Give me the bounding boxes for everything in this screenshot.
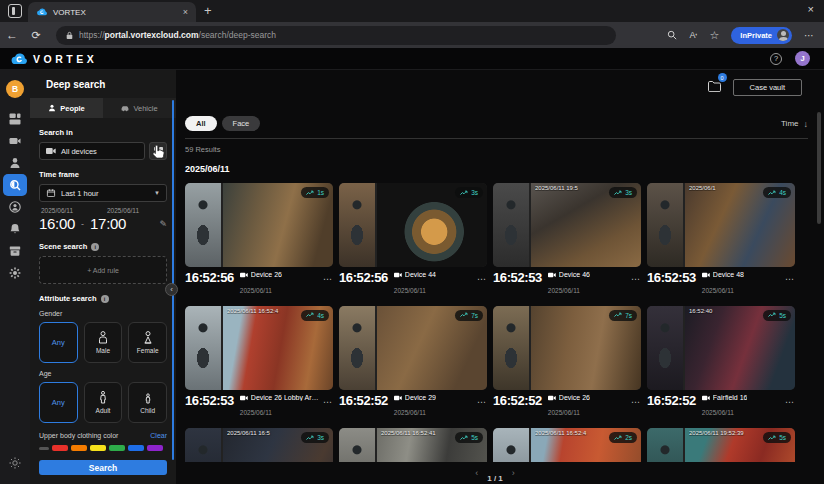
result-card[interactable]: 3s 16:52:56 Device 44 2025/06/11 ⋯ [339, 183, 487, 297]
result-thumbnail[interactable]: 2025/06/11 16:52:41 5s [339, 428, 487, 462]
cameras-icon[interactable] [0, 130, 30, 152]
result-thumbnail[interactable]: 2025/06/1 4s [647, 183, 795, 267]
browser-menu-icon[interactable]: ⋯ [804, 30, 814, 41]
read-aloud-icon[interactable]: A❜ [689, 30, 697, 40]
color-swatch-red[interactable] [52, 445, 68, 451]
help-icon[interactable]: ? [770, 53, 782, 65]
option-any[interactable]: Any [39, 322, 78, 363]
window-close-button[interactable]: × [808, 3, 814, 15]
card-menu-icon[interactable]: ⋯ [323, 275, 333, 284]
result-card[interactable]: 7s 16:52:52 Device 29 2025/06/11 ⋯ [339, 306, 487, 420]
result-card[interactable]: 2025/06/11 16:52:41 5s ⋯ [339, 428, 487, 462]
prev-page-icon[interactable]: ‹ [475, 468, 478, 478]
settings-icon[interactable] [0, 262, 30, 284]
results-scrollbar[interactable] [817, 112, 821, 224]
search-icon[interactable] [667, 30, 677, 40]
option-female[interactable]: Female [128, 322, 167, 363]
color-swatch-none[interactable] [39, 447, 49, 450]
info-icon[interactable]: i [101, 295, 109, 303]
result-thumbnail[interactable]: 2025/06/11 16:52:4 2s [493, 428, 641, 462]
filter-face[interactable]: Face [222, 116, 261, 131]
user-avatar[interactable]: J [795, 51, 810, 66]
refresh-icon[interactable]: ⟳ [24, 29, 48, 42]
result-thumbnail[interactable]: 3s [339, 183, 487, 267]
theme-toggle-icon[interactable] [0, 452, 30, 474]
result-thumbnail[interactable]: 1s [185, 183, 333, 267]
inprivate-badge[interactable]: InPrivate [731, 27, 792, 44]
time-to[interactable]: 17:00 [90, 215, 126, 232]
result-card[interactable]: 7s 16:52:52 Device 26 2025/06/11 ⋯ [493, 306, 641, 420]
result-device: Device 26 [548, 394, 627, 402]
info-icon[interactable]: i [91, 243, 99, 251]
color-swatch-blue[interactable] [128, 445, 144, 451]
result-card[interactable]: 2025/06/11 16:5 3s ⋯ [185, 428, 333, 462]
result-card[interactable]: 16:52:40 5s 16:52:52 Fairfield 16 2025/0… [647, 306, 795, 420]
panel-scrollbar[interactable] [172, 100, 174, 460]
tab-search-icon[interactable] [8, 4, 22, 18]
contacts-icon[interactable] [0, 196, 30, 218]
clear-colors-link[interactable]: Clear [150, 432, 167, 439]
card-menu-icon[interactable]: ⋯ [785, 275, 795, 284]
result-thumbnail[interactable]: 16:52:40 5s [647, 306, 795, 390]
card-menu-icon[interactable]: ⋯ [785, 398, 795, 407]
result-meta: Fairfield 16 2025/06/11 [702, 394, 781, 420]
option-any[interactable]: Any [39, 382, 78, 423]
add-rule-button[interactable]: + Add rule [39, 256, 167, 284]
tab-people[interactable]: People [30, 98, 103, 118]
result-thumbnail[interactable]: 2025/06/11 19:52:39 5s [647, 428, 795, 462]
result-thumbnail[interactable]: 7s [339, 306, 487, 390]
search-button[interactable]: Search [39, 460, 167, 475]
card-menu-icon[interactable]: ⋯ [323, 398, 333, 407]
result-card[interactable]: 2025/06/1 4s 16:52:53 Device 48 2025/06/… [647, 183, 795, 297]
deep-search-icon[interactable] [3, 174, 27, 196]
people-icon[interactable] [0, 152, 30, 174]
result-thumbnail[interactable]: 7s [493, 306, 641, 390]
result-thumbnail[interactable]: 2025/06/11 19:5 3s [493, 183, 641, 267]
color-swatch-purple[interactable] [147, 445, 163, 451]
next-page-icon[interactable]: › [512, 468, 515, 478]
option-child[interactable]: Child [128, 382, 167, 423]
browser-tab[interactable]: VORTEX × [28, 2, 196, 22]
card-menu-icon[interactable]: ⋯ [477, 398, 487, 407]
favorites-star-icon[interactable]: ☆ [709, 29, 719, 42]
card-menu-icon[interactable]: ⋯ [631, 275, 641, 284]
color-swatch-orange[interactable] [71, 445, 87, 451]
collapse-panel-handle[interactable]: ‹ [165, 283, 178, 296]
camera-icon [46, 147, 56, 155]
dashboard-icon[interactable] [0, 108, 30, 130]
case-vault-button[interactable]: Case vault [733, 79, 802, 96]
clip-duration-badge: 4s [301, 310, 329, 321]
card-menu-icon[interactable]: ⋯ [631, 398, 641, 407]
color-swatch-yellow[interactable] [90, 445, 106, 451]
url-bar[interactable]: https://portal.vortexcloud.com/search/de… [56, 26, 616, 45]
case-folder-icon[interactable]: 0 [708, 78, 721, 96]
back-icon[interactable]: ← [0, 28, 24, 42]
edit-time-icon[interactable]: ✎ [159, 219, 167, 229]
result-thumbnail[interactable]: 2025/06/11 16:5 3s [185, 428, 333, 462]
result-card[interactable]: 2025/06/11 19:52:39 5s ⋯ [647, 428, 795, 462]
org-avatar[interactable]: B [6, 80, 24, 98]
camera-timestamp-overlay: 2025/06/11 19:5 [535, 185, 617, 191]
tab-close-icon[interactable]: × [183, 7, 188, 17]
time-from[interactable]: 16:00 [39, 215, 75, 232]
filter-all[interactable]: All [185, 116, 217, 131]
time-frame-select[interactable]: Last 1 hour ▼ [39, 184, 167, 202]
result-time: 16:52:52 [647, 394, 696, 407]
archive-icon[interactable] [0, 240, 30, 262]
notifications-icon[interactable] [0, 218, 30, 240]
tab-vehicle[interactable]: Vehicle [103, 98, 176, 118]
result-card[interactable]: 2025/06/11 16:52:4 2s ⋯ [493, 428, 641, 462]
result-card[interactable]: 2025/06/11 19:5 3s 16:52:53 Device 46 20… [493, 183, 641, 297]
option-male[interactable]: Male [84, 322, 123, 363]
result-card[interactable]: 1s 16:52:56 Device 26 2025/06/11 ⋯ [185, 183, 333, 297]
sort-control[interactable]: Time ↓ [781, 119, 808, 129]
divider [185, 138, 808, 139]
result-thumbnail[interactable]: 2025/06/11 16:52:4 4s [185, 306, 333, 390]
option-adult[interactable]: Adult [84, 382, 123, 423]
new-tab-button[interactable]: + [204, 3, 212, 18]
result-card[interactable]: 2025/06/11 16:52:4 4s 16:52:53 Device 26… [185, 306, 333, 420]
card-menu-icon[interactable]: ⋯ [477, 275, 487, 284]
clip-duration-badge: 7s [455, 310, 483, 321]
device-select[interactable]: All devices [39, 142, 145, 160]
color-swatch-green[interactable] [109, 445, 125, 451]
